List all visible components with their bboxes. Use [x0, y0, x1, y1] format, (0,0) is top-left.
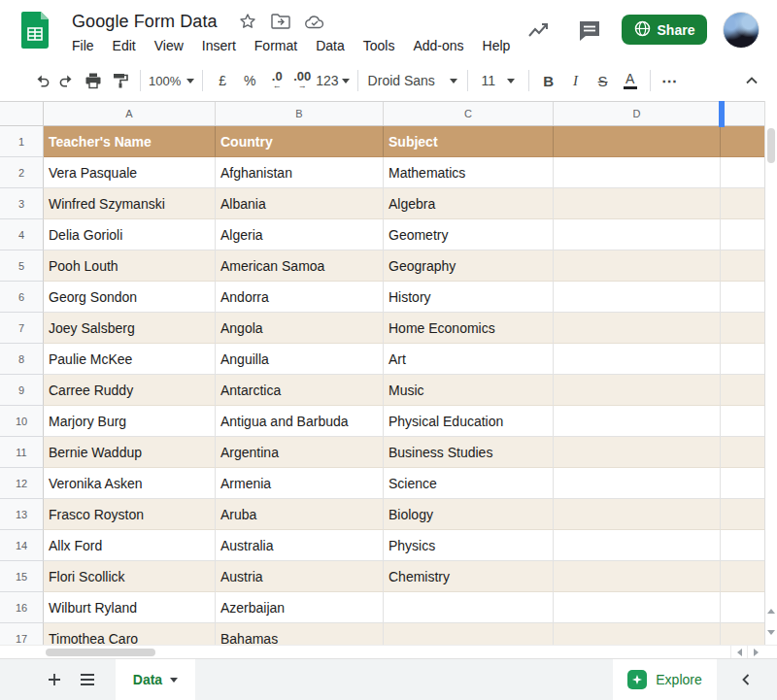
cell[interactable]: Joey Salsberg — [44, 313, 216, 344]
cell[interactable] — [721, 188, 764, 219]
cell[interactable] — [554, 375, 721, 406]
cell[interactable]: Angola — [216, 313, 384, 344]
cell[interactable]: Anguilla — [216, 344, 384, 375]
cell[interactable] — [721, 126, 764, 157]
sheets-logo-icon[interactable] — [21, 12, 49, 49]
cell[interactable]: Physics — [384, 530, 554, 561]
cell[interactable] — [554, 406, 721, 437]
cell[interactable]: Bernie Waddup — [44, 437, 216, 468]
cell[interactable]: Antarctica — [216, 375, 384, 406]
number-format-button[interactable]: 123 — [316, 68, 349, 93]
row-header-1[interactable]: 1 — [0, 126, 44, 157]
row-header-16[interactable]: 16 — [0, 592, 44, 623]
column-drag-indicator[interactable] — [719, 101, 725, 127]
cell[interactable]: Paulie McKee — [44, 344, 216, 375]
paint-format-icon[interactable] — [109, 68, 132, 93]
cell[interactable]: Music — [384, 375, 554, 406]
row-header-13[interactable]: 13 — [0, 499, 44, 530]
cell[interactable] — [554, 592, 721, 623]
cell[interactable]: Teacher's Name — [44, 126, 216, 157]
column-header-d[interactable]: D — [554, 102, 721, 125]
row-header-6[interactable]: 6 — [0, 282, 44, 313]
cell[interactable] — [554, 437, 721, 468]
row-header-9[interactable]: 9 — [0, 375, 44, 406]
cloud-saved-icon[interactable] — [305, 15, 324, 29]
cell[interactable]: Algeria — [216, 219, 384, 250]
move-folder-icon[interactable] — [271, 14, 290, 29]
cell[interactable]: Vera Pasquale — [44, 157, 216, 188]
cell[interactable] — [554, 282, 721, 313]
vertical-scrollbar-thumb[interactable] — [767, 128, 775, 163]
cell[interactable] — [554, 219, 721, 250]
insight-sparkline-icon[interactable] — [526, 19, 552, 44]
zoom-select[interactable]: 100% — [149, 68, 194, 93]
print-icon[interactable] — [82, 68, 105, 93]
cell[interactable]: Australia — [216, 530, 384, 561]
cell[interactable] — [721, 499, 764, 530]
cell[interactable]: Carree Ruddy — [44, 375, 216, 406]
column-header-partial[interactable] — [721, 102, 764, 125]
cell[interactable]: Science — [384, 468, 554, 499]
cell[interactable] — [721, 344, 764, 375]
cell[interactable]: Veronika Asken — [44, 468, 216, 499]
cell[interactable] — [554, 561, 721, 592]
cell[interactable]: Winfred Szymanski — [44, 188, 216, 219]
row-header-8[interactable]: 8 — [0, 344, 44, 375]
row-header-10[interactable]: 10 — [0, 406, 44, 437]
increase-decimal-button[interactable]: .00→ — [290, 68, 314, 93]
row-header-15[interactable]: 15 — [0, 561, 44, 592]
cell[interactable]: Argentina — [216, 437, 384, 468]
column-header-c[interactable]: C — [384, 102, 554, 125]
menu-edit[interactable]: Edit — [113, 38, 136, 53]
vertical-scrollbar[interactable] — [764, 101, 777, 645]
cell[interactable] — [554, 344, 721, 375]
menu-help[interactable]: Help — [483, 38, 511, 53]
cell[interactable]: Wilburt Ryland — [44, 592, 216, 623]
scroll-left-icon[interactable] — [730, 646, 747, 659]
cell[interactable]: Frasco Royston — [44, 499, 216, 530]
row-header-7[interactable]: 7 — [0, 313, 44, 344]
cell[interactable]: Biology — [384, 499, 554, 530]
font-family-select[interactable]: Droid Sans — [366, 68, 459, 93]
cell[interactable]: Aruba — [216, 499, 384, 530]
cell[interactable]: American Samoa — [216, 250, 384, 282]
cell[interactable]: Country — [216, 126, 384, 157]
cell[interactable] — [554, 499, 721, 530]
avatar[interactable] — [723, 12, 760, 49]
cell[interactable] — [721, 250, 764, 282]
cell[interactable]: Subject — [384, 126, 554, 157]
redo-icon[interactable] — [54, 68, 78, 93]
cell[interactable]: Mathematics — [384, 157, 554, 188]
cell[interactable] — [554, 157, 721, 188]
column-header-b[interactable]: B — [216, 102, 384, 125]
column-header-a[interactable]: A — [44, 102, 216, 125]
row-header-12[interactable]: 12 — [0, 468, 44, 499]
cell[interactable] — [721, 437, 764, 468]
cell[interactable]: Armenia — [216, 468, 384, 499]
document-title[interactable]: Google Form Data — [72, 12, 218, 32]
cell[interactable]: Timothea Caro — [44, 623, 216, 645]
text-color-button[interactable]: A — [619, 68, 642, 93]
cell[interactable]: Antigua and Barbuda — [216, 406, 384, 437]
star-icon[interactable] — [239, 13, 256, 30]
cell[interactable] — [721, 406, 764, 437]
cell[interactable] — [384, 592, 554, 623]
font-size-select[interactable]: 11 — [476, 68, 521, 93]
cell[interactable]: Marjory Burg — [44, 406, 216, 437]
hide-menus-chevron-icon[interactable] — [740, 68, 763, 93]
row-header-3[interactable]: 3 — [0, 188, 44, 219]
comment-icon[interactable] — [578, 19, 601, 45]
cell[interactable] — [721, 157, 764, 188]
cell[interactable]: Physical Education — [384, 406, 554, 437]
cell[interactable]: Geography — [384, 250, 554, 282]
strikethrough-button[interactable]: S — [591, 68, 615, 93]
collapse-chevron-icon[interactable] — [734, 668, 758, 691]
horizontal-scrollbar-thumb[interactable] — [46, 649, 155, 656]
cell[interactable] — [721, 219, 764, 250]
cell[interactable]: Art — [384, 344, 554, 375]
cell[interactable] — [554, 468, 721, 499]
more-toolbar-icon[interactable]: ⋯ — [659, 68, 682, 93]
cell[interactable] — [721, 313, 764, 344]
cell[interactable] — [554, 188, 721, 219]
horizontal-scrollbar[interactable] — [0, 645, 777, 658]
